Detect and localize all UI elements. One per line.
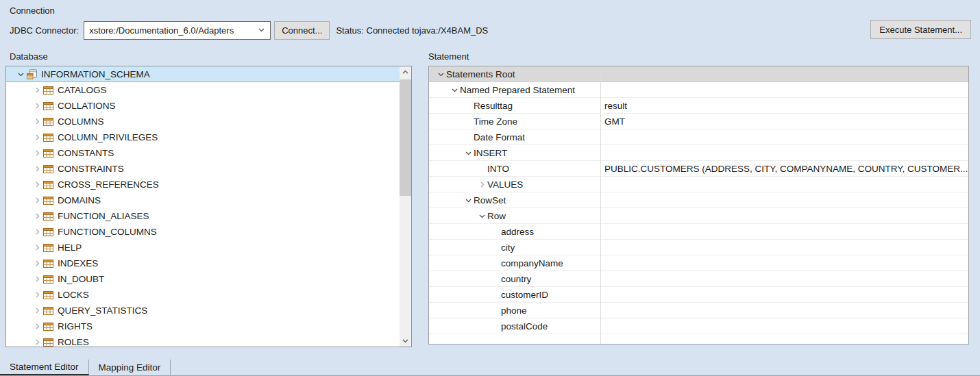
chevron-right-icon[interactable] [31, 307, 43, 314]
chevron-right-icon[interactable] [31, 165, 43, 173]
statement-row-label-cell[interactable]: postalCode [429, 318, 600, 334]
statement-row-value[interactable] [600, 192, 968, 208]
scroll-down-icon[interactable] [400, 335, 411, 347]
statement-row-label-cell[interactable]: INSERT [429, 145, 600, 160]
statement-row-value[interactable]: result [600, 98, 968, 113]
statement-row-label-cell[interactable]: city [429, 240, 600, 255]
tree-item-table[interactable]: CROSS_REFERENCES [6, 177, 400, 192]
statement-row-label-cell[interactable]: INTO [429, 161, 600, 176]
chevron-right-icon[interactable] [31, 260, 43, 267]
statement-row-value[interactable] [600, 240, 968, 255]
statement-row-label-cell[interactable]: Row [429, 208, 600, 223]
statement-row-label-cell[interactable]: address [429, 224, 600, 239]
chevron-right-icon[interactable] [31, 181, 43, 188]
statement-row-value[interactable] [600, 271, 968, 286]
tab-mapping-editor[interactable]: Mapping Editor [89, 360, 171, 375]
table-icon [43, 197, 53, 205]
column-divider[interactable] [600, 66, 601, 344]
statement-row-value[interactable] [600, 82, 968, 97]
chevron-down-icon[interactable] [463, 197, 474, 204]
table-icon [43, 228, 53, 236]
chevron-right-icon[interactable] [31, 244, 43, 251]
jdbc-connector-select[interactable]: xstore:/Documentation_6.0/Adapters [84, 21, 271, 40]
table-icon [43, 338, 53, 347]
statement-row-label-cell[interactable]: Date Format [429, 129, 600, 145]
execute-statement-button[interactable]: Execute Statement... [870, 20, 971, 39]
statement-row-value[interactable] [600, 145, 968, 160]
tab-statement-editor[interactable]: Statement Editor [0, 360, 89, 375]
statement-row-label-cell[interactable]: country [429, 271, 600, 286]
connect-button[interactable]: Connect... [274, 21, 330, 40]
tree-item-table[interactable]: DOMAINS [6, 192, 400, 208]
scroll-up-icon[interactable] [400, 66, 411, 78]
statement-row-value[interactable]: GMT [600, 114, 968, 129]
table-icon [43, 291, 53, 299]
statement-row-value[interactable] [600, 66, 968, 82]
tree-item-table[interactable]: QUERY_STATISTICS [6, 303, 400, 318]
chevron-down-icon [258, 25, 265, 36]
statement-row-label-cell[interactable]: Named Prepared Statement [429, 82, 600, 97]
tree-item-label: COLLATIONS [58, 101, 116, 111]
vertical-scrollbar[interactable] [400, 66, 411, 347]
statement-row-value[interactable]: PUBLIC.CUSTOMERS (ADDRESS, CITY, COMPANY… [600, 161, 968, 176]
statement-row-value[interactable] [600, 177, 968, 192]
chevron-right-icon[interactable] [476, 181, 487, 188]
tree-item-table[interactable]: COLUMN_PRIVILEGES [6, 129, 400, 145]
tree-item-table[interactable]: ROLES [6, 334, 400, 347]
chevron-down-icon[interactable] [435, 71, 446, 78]
tree-item-table[interactable]: FUNCTION_COLUMNS [6, 224, 400, 240]
chevron-right-icon[interactable] [31, 323, 43, 330]
chevron-right-icon[interactable] [31, 86, 43, 94]
chevron-right-icon[interactable] [31, 102, 43, 110]
chevron-right-icon[interactable] [31, 134, 43, 141]
chevron-right-icon[interactable] [31, 212, 43, 220]
statement-row-value[interactable] [600, 318, 968, 334]
statement-row-value[interactable] [600, 255, 968, 271]
tree-item-information-schema[interactable]: INFORMATION_SCHEMA [6, 66, 400, 82]
tree-item-table[interactable]: RIGHTS [6, 318, 400, 334]
tree-item-table[interactable]: CONSTRAINTS [6, 161, 400, 177]
tree-item-table[interactable]: HELP [6, 240, 400, 255]
tree-item-table[interactable]: FUNCTION_ALIASES [6, 208, 400, 224]
statement-row-label-cell[interactable]: Resulttag [429, 98, 600, 113]
statement-row-label-cell[interactable]: companyName [429, 255, 600, 271]
statement-row-value[interactable] [600, 303, 968, 318]
chevron-right-icon[interactable] [31, 149, 43, 157]
tree-item-label: HELP [58, 242, 82, 253]
chevron-down-icon[interactable] [449, 86, 460, 94]
statement-row-label-cell[interactable]: RowSet [429, 192, 600, 208]
statement-row-label-cell[interactable]: Time Zone [429, 114, 600, 129]
statement-row-label: Row [487, 211, 506, 221]
statement-row-label: address [501, 227, 534, 237]
chevron-down-icon[interactable] [476, 212, 487, 220]
chevron-right-icon[interactable] [31, 291, 43, 299]
chevron-right-icon[interactable] [31, 118, 43, 125]
table-icon [43, 323, 53, 331]
statement-row-label-cell[interactable]: Statements Root [429, 66, 600, 82]
statement-row-value[interactable] [600, 129, 968, 145]
statement-row-value[interactable] [600, 224, 968, 239]
tree-item-table[interactable]: CONSTANTS [6, 145, 400, 161]
tree-item-table[interactable]: LOCKS [6, 287, 400, 303]
statement-row-label-cell[interactable]: customerID [429, 287, 600, 302]
chevron-right-icon[interactable] [31, 228, 43, 236]
chevron-right-icon[interactable] [31, 275, 43, 283]
chevron-down-icon[interactable] [14, 71, 27, 78]
statement-row-label: city [501, 242, 515, 253]
statement-row: customerID [429, 287, 968, 303]
statement-row-value[interactable] [600, 287, 968, 302]
editor-tab-strip: Statement Editor Mapping Editor [0, 360, 980, 376]
statement-row-value[interactable] [600, 208, 968, 223]
chevron-down-icon[interactable] [463, 149, 474, 157]
statement-row-label-cell[interactable]: VALUES [429, 177, 600, 192]
tree-item-table[interactable]: COLLATIONS [6, 98, 400, 114]
statement-row-label-cell[interactable]: phone [429, 303, 600, 318]
tree-item-table[interactable]: INDEXES [6, 255, 400, 271]
chevron-right-icon[interactable] [31, 197, 43, 204]
chevron-right-icon[interactable] [31, 338, 43, 346]
tree-item-table[interactable]: COLUMNS [6, 114, 400, 129]
tree-item-table[interactable]: IN_DOUBT [6, 271, 400, 287]
scrollbar-thumb[interactable] [400, 79, 411, 196]
tree-item-table[interactable]: CATALOGS [6, 82, 400, 98]
tree-item-label: CONSTANTS [58, 148, 114, 158]
